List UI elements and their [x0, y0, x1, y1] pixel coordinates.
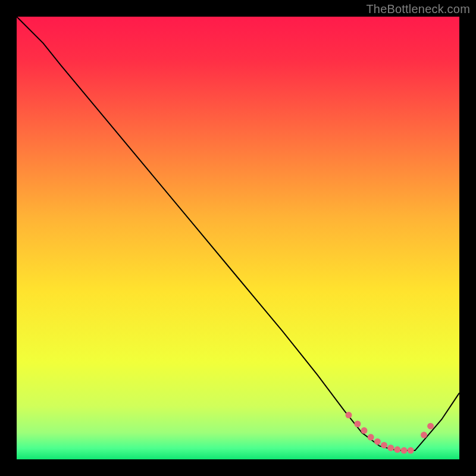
marker-dot — [421, 432, 427, 439]
marker-dot — [381, 442, 387, 449]
marker-dot — [427, 423, 434, 430]
marker-dot — [368, 434, 374, 440]
chart-container: { "attribution": "TheBottleneck.com", "c… — [0, 0, 476, 476]
marker-dot — [354, 421, 361, 427]
marker-dot — [374, 439, 381, 445]
marker-dot — [387, 444, 394, 451]
marker-dot — [401, 447, 408, 454]
attribution-text: TheBottleneck.com — [366, 2, 470, 16]
marker-dot — [408, 447, 414, 454]
marker-dot — [361, 427, 368, 434]
marker-dot — [394, 446, 400, 453]
bottleneck-chart — [0, 0, 476, 476]
marker-dot — [346, 412, 352, 418]
plot-background — [17, 17, 459, 459]
